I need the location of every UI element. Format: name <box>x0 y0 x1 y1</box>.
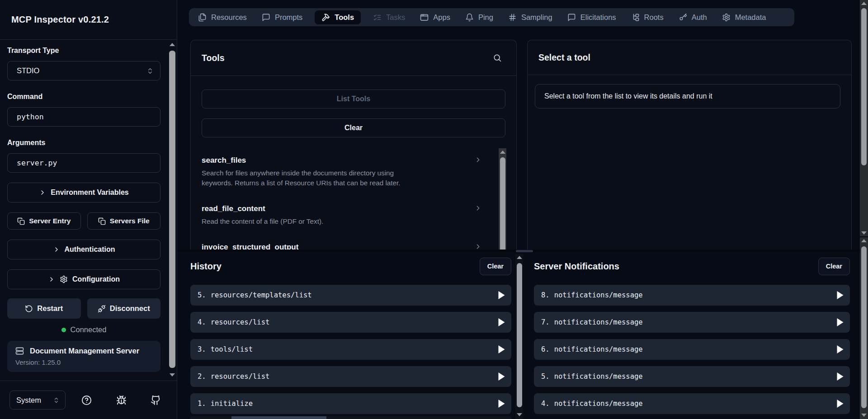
app-title: MCP Inspector v0.21.2 <box>11 14 109 25</box>
expand-entry-button[interactable] <box>837 291 844 299</box>
history-entry[interactable]: 5.resources/templates/list <box>190 285 511 306</box>
expand-entry-button[interactable] <box>837 400 844 408</box>
sidebar-scrollbar-thumb[interactable] <box>169 51 175 368</box>
scroll-up-arrow[interactable] <box>500 151 505 154</box>
scroll-down-arrow[interactable] <box>517 413 522 416</box>
key-icon <box>679 13 687 22</box>
expand-entry-button[interactable] <box>837 345 844 353</box>
server-info-card: Document Management Server Version: 1.25… <box>7 341 160 372</box>
arguments-label: Arguments <box>7 139 160 147</box>
command-label: Command <box>7 93 160 101</box>
play-icon <box>837 372 844 381</box>
restart-button[interactable]: Restart <box>7 298 81 319</box>
command-input[interactable]: python <box>7 107 160 127</box>
authentication-button[interactable]: Authentication <box>7 240 160 259</box>
transport-type-value: STDIO <box>17 66 146 75</box>
divider-drag-handle[interactable] <box>516 250 533 252</box>
tools-panel: Tools List Tools Clear search_files Sear… <box>190 40 517 250</box>
tool-item-read-file-content[interactable]: read_file_content Read the content of a … <box>202 204 505 226</box>
scroll-down-arrow[interactable] <box>170 373 175 377</box>
message-square-icon <box>262 13 270 22</box>
app-window-icon <box>420 13 429 22</box>
expand-entry-button[interactable] <box>498 372 505 381</box>
scroll-up-arrow[interactable] <box>517 256 522 259</box>
github-button[interactable] <box>151 395 161 405</box>
clear-tools-button[interactable]: Clear <box>202 118 505 137</box>
chevrons-up-down-icon <box>53 397 60 404</box>
transport-type-label: Transport Type <box>7 47 160 55</box>
chevron-right-icon <box>474 204 482 212</box>
expand-entry-button[interactable] <box>498 318 505 326</box>
sidebar-content: Transport Type STDIO Command python Argu… <box>0 40 166 381</box>
history-entry[interactable]: 4.resources/list <box>190 312 511 333</box>
tab-elicitations[interactable]: Elicitations <box>567 13 616 22</box>
history-entry[interactable]: 3.tools/list <box>190 339 511 360</box>
theme-select[interactable]: System <box>9 391 66 410</box>
tab-apps[interactable]: Apps <box>420 13 450 22</box>
tab-tasks: Tasks <box>373 13 405 22</box>
tab-resources[interactable]: Resources <box>198 13 247 22</box>
window-scrollbar-thumb[interactable] <box>861 246 867 408</box>
unplug-icon <box>98 305 106 313</box>
clear-notifications-button[interactable]: Clear <box>818 258 850 275</box>
bell-icon <box>465 13 474 22</box>
history-horizontal-scrollbar[interactable] <box>190 416 511 419</box>
theme-value: System <box>16 396 53 405</box>
sidebar-footer: System <box>0 381 177 419</box>
tab-sampling[interactable]: Sampling <box>508 13 552 22</box>
notification-entry[interactable]: 6.notifications/message <box>534 339 850 360</box>
expand-entry-button[interactable] <box>837 318 844 326</box>
notification-entry[interactable]: 8.notifications/message <box>534 285 850 306</box>
configuration-button[interactable]: Configuration <box>7 269 160 289</box>
transport-type-select[interactable]: STDIO <box>7 61 160 80</box>
history-entry[interactable]: 1.initialize <box>190 393 511 414</box>
tab-ping[interactable]: Ping <box>465 13 493 22</box>
expand-entry-button[interactable] <box>837 372 844 381</box>
server-entry-button[interactable]: Server Entry <box>7 212 81 230</box>
bottom-scrollbar-thumb[interactable] <box>517 263 522 407</box>
search-icon <box>493 53 502 62</box>
tab-auth[interactable]: Auth <box>679 13 707 22</box>
top-navbar: Resources Prompts Tools Tasks Apps Ping <box>189 8 794 26</box>
tool-item-search-files[interactable]: search_files Search for files anywhere i… <box>202 156 505 188</box>
scroll-up-arrow[interactable] <box>861 2 867 5</box>
notification-entry[interactable]: 7.notifications/message <box>534 312 850 333</box>
tab-tools[interactable]: Tools <box>315 10 361 24</box>
expand-entry-button[interactable] <box>498 400 505 408</box>
tab-roots[interactable]: Roots <box>631 13 664 22</box>
expand-entry-button[interactable] <box>498 291 505 299</box>
scroll-down-arrow[interactable] <box>861 231 867 235</box>
tools-search-button[interactable] <box>493 53 502 62</box>
environment-variables-button[interactable]: Environment Variables <box>7 183 160 202</box>
tools-list-scrollbar-thumb[interactable] <box>500 157 505 250</box>
notification-entry[interactable]: 4.notifications/message <box>534 393 850 414</box>
notification-entry[interactable]: 5.notifications/message <box>534 366 850 387</box>
server-name: Document Management Server <box>30 347 139 355</box>
tools-list-scrollbar[interactable] <box>499 148 506 250</box>
servers-file-button[interactable]: Servers File <box>87 212 161 230</box>
window-scrollbar-bottom[interactable] <box>860 237 868 419</box>
bottom-section-scrollbar[interactable] <box>515 254 523 419</box>
sidebar: MCP Inspector v0.21.2 Transport Type STD… <box>0 0 177 419</box>
play-icon <box>498 318 505 326</box>
sidebar-scrollbar[interactable] <box>168 41 176 380</box>
clear-history-button[interactable]: Clear <box>480 258 511 275</box>
tab-metadata[interactable]: Metadata <box>722 13 766 22</box>
message-square-icon <box>567 13 576 22</box>
arguments-input[interactable]: server.py <box>7 153 160 173</box>
history-entry[interactable]: 2.resources/list <box>190 366 511 387</box>
disconnect-button[interactable]: Disconnect <box>87 298 161 319</box>
tool-item-invoice-structured-output[interactable]: invoice_structured_output <box>202 243 505 250</box>
scroll-up-arrow[interactable] <box>170 43 175 46</box>
history-hscrollbar-thumb[interactable] <box>231 416 326 419</box>
window-scrollbar-top[interactable] <box>860 0 868 236</box>
expand-entry-button[interactable] <box>498 345 505 353</box>
window-scrollbar-thumb[interactable] <box>861 8 867 165</box>
list-tools-button[interactable]: List Tools <box>202 89 505 108</box>
play-icon <box>498 400 505 408</box>
help-button[interactable] <box>81 395 92 405</box>
scroll-up-arrow[interactable] <box>861 239 867 242</box>
debug-button[interactable] <box>116 395 127 405</box>
scroll-down-arrow[interactable] <box>861 414 867 417</box>
tab-prompts[interactable]: Prompts <box>262 13 302 22</box>
